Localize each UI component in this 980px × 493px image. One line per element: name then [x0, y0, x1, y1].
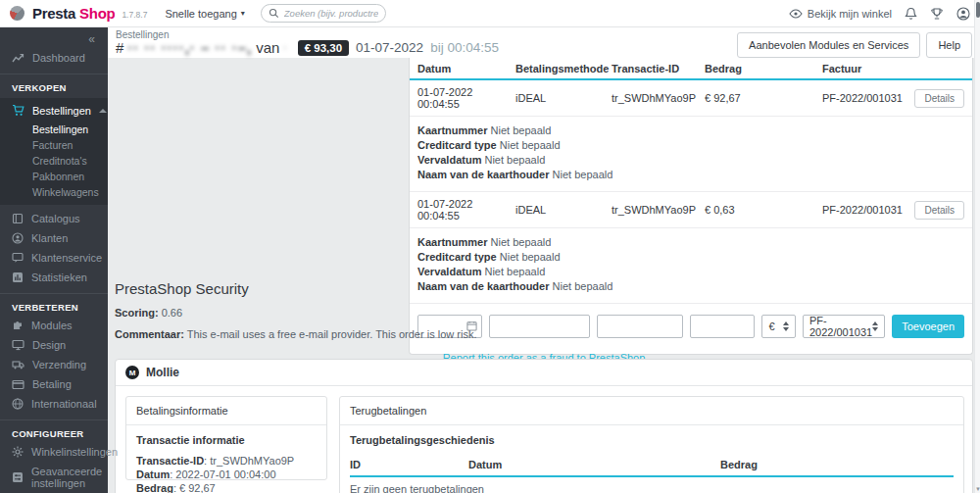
security-comment: Commentaar: This e-mail uses a free e-ma… [115, 328, 973, 340]
user-avatar-icon [956, 7, 970, 21]
customer-name-redacted: · [283, 42, 286, 53]
submenu-item-winkelwagens[interactable]: Winkelwagens [32, 184, 108, 200]
refund-empty-row: Er zijn geen terugbetalingen [350, 477, 954, 493]
sidebar-item-betaling[interactable]: Betaling [0, 374, 108, 394]
page-header: Bestellingen # ·· ·· ····,· – ·· ·–, van… [108, 27, 980, 58]
sidebar-item-statistieken[interactable]: Statistieken [0, 268, 108, 287]
recommended-modules-button[interactable]: Aanbevolen Modules en Services [737, 32, 920, 58]
sidebar-collapse-button[interactable]: « [0, 27, 108, 48]
view-shop-link[interactable]: Bekijk mijn winkel [789, 8, 892, 20]
sidebar-item-winkelinstellingen[interactable]: Winkelinstellingen [0, 442, 108, 462]
scrollbar-down-arrow[interactable]: ▼ [975, 486, 980, 492]
sidebar-item-label: Klanten [31, 232, 68, 244]
sidebar-item-internationaal[interactable]: Internationaal [0, 394, 108, 414]
details-button[interactable]: Details [914, 201, 964, 220]
sidebar-group-bestellingen: Bestellingen Bestellingen Facturen Credi… [0, 98, 108, 205]
submenu-item-bestellingen[interactable]: Bestellingen [32, 122, 108, 137]
sidebar-item-verzending[interactable]: Verzending [0, 355, 108, 374]
search-icon [269, 8, 279, 19]
cell-bedrag: € 0,63 [705, 198, 822, 222]
refund-table-header: ID Datum Bedrag [350, 455, 954, 477]
sidebar-item-modules[interactable]: Modules [0, 316, 108, 335]
sidebar-item-klantenservice[interactable]: Klantenservice [0, 248, 108, 268]
sidebar-item-label: Bestellingen [32, 105, 91, 117]
mollie-panel-header: M Mollie [116, 360, 972, 386]
trophy-icon [930, 7, 944, 21]
sidebar-item-label: Catalogus [31, 213, 80, 224]
caret-down-icon: ▾ [241, 9, 245, 18]
col-datum: Datum [417, 58, 515, 78]
refund-col-bedrag: Bedrag [720, 455, 954, 475]
details-button[interactable]: Details [914, 89, 964, 108]
transaction-id-line: Transactie-ID: tr_SWDhMYao9P [136, 454, 317, 468]
refund-col-id: ID [350, 455, 468, 475]
order-ref-prefix: # [116, 39, 123, 56]
transaction-amount-line: Bedrag: € 92,67 [136, 481, 317, 493]
advanced-settings-icon [12, 471, 24, 483]
sidebar-item-dashboard[interactable]: Dashboard [0, 48, 108, 68]
cell-datum: 01-07-2022 00:04:55 [417, 80, 515, 116]
payment-info-card-title: Betalingsinformatie [126, 397, 326, 425]
submenu-item-creditnotas[interactable]: Creditnota's [32, 153, 108, 169]
page-scrollbar[interactable]: ▼ [974, 0, 980, 493]
prestashop-logo-icon [10, 6, 24, 21]
submenu-item-pakbonnen[interactable]: Pakbonnen [32, 169, 108, 184]
scrollbar-thumb[interactable] [976, 2, 980, 18]
security-section: PrestaShop Security Scoring: 0.66 Commen… [115, 280, 973, 364]
transaction-date-line: Datum: 2022-07-01 00:04:00 [136, 468, 317, 481]
catalog-icon [12, 213, 24, 224]
order-ref-redacted: ·· ·· ····,· – ·· ·–, [127, 39, 252, 56]
dashboard-icon [12, 53, 24, 64]
refund-history-title: Terugbetalingsgeschiedenis [350, 434, 954, 446]
view-shop-label: Bekijk mijn winkel [808, 8, 892, 20]
col-betalingsmethode: Betalingsmethode [515, 58, 612, 78]
globe-icon [12, 398, 24, 410]
truck-icon [12, 359, 24, 370]
achievements-button[interactable] [930, 7, 944, 21]
global-search[interactable] [261, 4, 386, 23]
cell-factuur: PF-2022/001031 [822, 198, 904, 222]
help-button[interactable]: Help [926, 32, 972, 58]
order-title-row: # ·· ·· ····,· – ·· ·–, van · € 93,30 01… [116, 39, 499, 56]
gear-icon [12, 446, 24, 458]
sidebar-nav: « Dashboard VERKOPEN Bestellingen Bestel… [0, 27, 108, 493]
topbar: Presta Shop 1.7.8.7 Snelle toegang ▾ Bek… [0, 0, 980, 27]
logo-text-shop: Shop [79, 5, 115, 22]
version-label: 1.7.8.7 [122, 10, 147, 20]
monitor-icon [12, 339, 24, 351]
chat-icon [12, 252, 24, 264]
sidebar-item-label: Design [32, 339, 66, 351]
cell-datum: 01-07-2022 00:04:55 [417, 192, 515, 227]
submenu-item-facturen[interactable]: Facturen [32, 137, 108, 153]
cell-transactie: tr_SWDhMYao9P [612, 86, 705, 110]
sidebar-item-bestellingen[interactable]: Bestellingen [0, 98, 108, 122]
topbar-right: Bekijk mijn winkel [789, 7, 970, 21]
security-scoring: Scoring: 0.66 [115, 307, 973, 319]
sidebar-item-catalogus[interactable]: Catalogus [0, 209, 108, 228]
sidebar-item-label: Verzending [32, 359, 86, 370]
eye-icon [789, 8, 803, 20]
transaction-info-title: Transactie informatie [136, 434, 317, 446]
account-menu-button[interactable] [956, 7, 970, 21]
sidebar-item-geavanceerde-instellingen[interactable]: Geavanceerde instellingen [0, 462, 108, 493]
notifications-bell-button[interactable] [905, 7, 917, 21]
order-van-label: van [256, 39, 279, 56]
col-factuur: Factuur [822, 58, 904, 78]
sidebar-item-design[interactable]: Design [0, 335, 108, 355]
credit-card-icon [12, 379, 24, 390]
cell-transactie: tr_SWDhMYao9P [612, 198, 705, 222]
page-title: # ·· ·· ····,· – ·· ·–, van · [116, 39, 287, 56]
sidebar-item-label: Dashboard [32, 52, 85, 64]
payment-row: 01-07-2022 00:04:55 iDEAL tr_SWDhMYao9P … [410, 192, 972, 228]
search-input[interactable] [284, 8, 378, 19]
payment-row: 01-07-2022 00:04:55 iDEAL tr_SWDhMYao9P … [410, 80, 972, 117]
quick-access-dropdown[interactable]: Snelle toegang ▾ [165, 8, 244, 20]
quick-access-label: Snelle toegang [165, 8, 236, 20]
sidebar-item-klanten[interactable]: Klanten [0, 228, 108, 248]
cell-methode: iDEAL [515, 86, 612, 110]
col-transactie-id: Transactie-ID [612, 58, 705, 78]
cart-icon [12, 104, 24, 117]
payment-info-card: Betalingsinformatie Transactie informati… [125, 396, 327, 480]
sidebar-item-label: Winkelinstellingen [31, 446, 118, 458]
cell-methode: iDEAL [515, 198, 612, 222]
